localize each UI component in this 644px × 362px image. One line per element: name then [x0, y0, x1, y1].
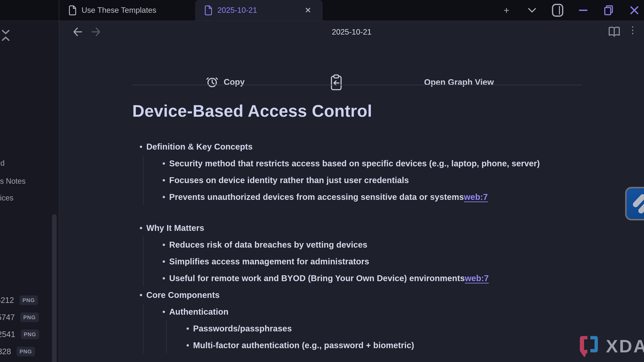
list-item: Simplifies access management for adminis…: [169, 254, 563, 269]
list-item: Passwords/passphrases: [193, 321, 563, 337]
file-explorer-sidebar: d s Notes ices 6212 PNG 5747 PNG 2541 PN…: [0, 21, 59, 362]
sub-list: Reduces risk of data breaches by vetting…: [143, 237, 563, 286]
new-tab-icon[interactable]: +: [500, 4, 512, 16]
note-buttons-row: Copy Open Graph View: [59, 71, 644, 96]
minimize-icon[interactable]: [577, 4, 589, 16]
restore-window-icon[interactable]: [603, 4, 615, 16]
graph-view-label: Open Graph View: [424, 77, 494, 87]
xda-brackets-icon: [578, 334, 602, 358]
web-citation-link[interactable]: web:7: [464, 192, 488, 202]
file-row[interactable]: 6212 PNG: [0, 295, 38, 305]
s-logo-floating-button[interactable]: [625, 187, 644, 220]
tab-strip: Use These Templates 2025-10-21 ✕: [59, 0, 323, 20]
list-item: Why It Matters Reduces risk of data brea…: [146, 220, 594, 286]
list-item: Prevents unauthorized devices from acces…: [169, 189, 563, 205]
tab-use-these-templates[interactable]: Use These Templates: [59, 0, 195, 20]
sidebar-scrollbar[interactable]: [52, 214, 56, 362]
open-graph-view-button[interactable]: Open Graph View: [424, 77, 494, 87]
file-type-badge: PNG: [21, 330, 39, 339]
file-type-badge: PNG: [20, 313, 39, 322]
list-item: Useful for remote work and BYOD (Bring Y…: [169, 270, 563, 286]
page-title: Device-Based Access Control: [132, 100, 372, 121]
sidebar-toggle-icon[interactable]: [552, 4, 564, 16]
sub-list: Authentication Passwords/passphrases Mul…: [143, 304, 563, 353]
book-open-icon[interactable]: [608, 26, 621, 37]
list-item: Focuses on device identity rather than j…: [169, 172, 563, 188]
document-icon: [68, 5, 77, 15]
sidebar-item[interactable]: d: [0, 159, 4, 168]
xda-watermark: XDA: [578, 334, 644, 358]
more-options-icon[interactable]: ⋮: [628, 25, 638, 35]
xda-brand-text: XDA: [606, 337, 644, 355]
obsidian-window: Use These Templates 2025-10-21 ✕ +: [0, 0, 644, 362]
collapse-all-icon[interactable]: [2, 29, 10, 41]
alarm-clock-icon: [206, 76, 218, 88]
sidebar-item[interactable]: s Notes: [0, 177, 26, 186]
tab-2025-10-21[interactable]: 2025-10-21 ✕: [195, 0, 323, 20]
file-name: 2541: [0, 330, 15, 339]
file-row[interactable]: 5747 PNG: [0, 313, 39, 322]
list-item: Security method that restricts access ba…: [169, 155, 563, 171]
titlebar: Use These Templates 2025-10-21 ✕ +: [0, 0, 644, 21]
note-title-header: 2025-10-21: [59, 28, 644, 36]
s-logo-icon: [632, 191, 644, 216]
file-name: 5747: [0, 313, 15, 322]
file-name: 6212: [0, 296, 14, 305]
chevron-down-icon[interactable]: [526, 4, 538, 16]
note-body: Definition & Key Concepts Security metho…: [132, 130, 594, 354]
divider: [132, 85, 582, 85]
web-citation-link[interactable]: web:7: [465, 274, 489, 283]
note-pane: 2025-10-21 ⋮ Copy Open Graph View Device…: [59, 21, 644, 362]
sub-sub-list: Passwords/passphrases Multi-factor authe…: [166, 321, 563, 353]
file-type-badge: PNG: [16, 347, 35, 356]
tab-label: 2025-10-21: [218, 6, 257, 15]
file-row[interactable]: 2541 PNG: [0, 330, 39, 339]
list-item: Core Components Authentication Passwords…: [146, 287, 594, 353]
sidebar-item[interactable]: ices: [0, 194, 14, 202]
list-item: Definition & Key Concepts Security metho…: [146, 139, 594, 205]
file-row[interactable]: 7328 PNG: [0, 347, 35, 356]
file-name: 7328: [0, 347, 11, 356]
tab-label: Use These Templates: [82, 6, 156, 15]
close-window-icon[interactable]: [628, 4, 640, 16]
outline-list: Definition & Key Concepts Security metho…: [132, 130, 594, 353]
list-item: Authentication Passwords/passphrases Mul…: [169, 304, 563, 353]
file-type-badge: PNG: [20, 295, 38, 305]
sub-list: Security method that restricts access ba…: [143, 155, 563, 205]
tab-close-icon[interactable]: ✕: [302, 5, 314, 15]
clipboard-paste-icon[interactable]: [330, 74, 343, 91]
document-icon: [204, 5, 213, 15]
list-item: Reduces risk of data breaches by vetting…: [169, 237, 563, 253]
window-controls: +: [500, 0, 640, 20]
copy-button[interactable]: Copy: [206, 76, 245, 88]
view-header: 2025-10-21 ⋮: [59, 21, 644, 43]
list-item: Multi-factor authentication (e.g., passw…: [193, 337, 563, 353]
